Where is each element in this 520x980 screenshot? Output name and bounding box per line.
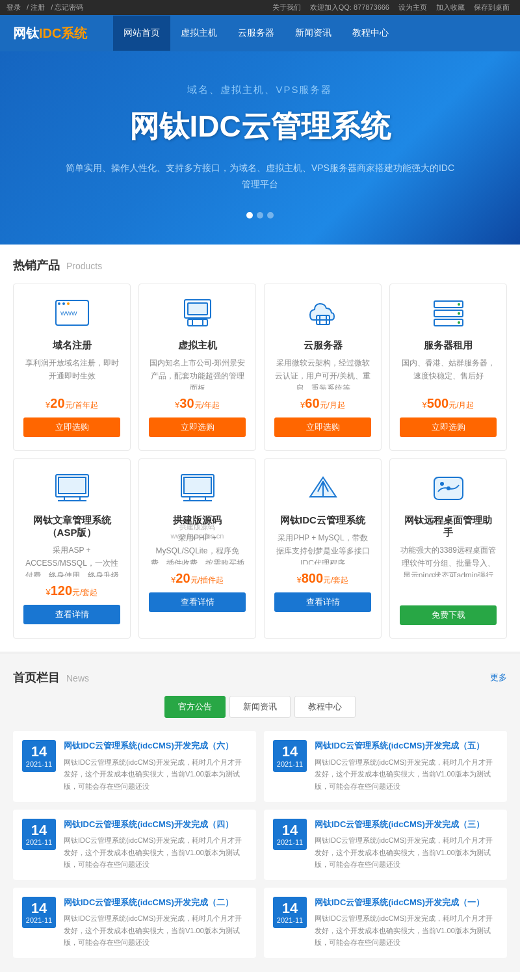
svg-point-30: [440, 482, 444, 486]
news-month-3: 2021-11: [25, 838, 53, 846]
login-link[interactable]: 登录: [6, 3, 21, 11]
news-date-5: 14 2021-11: [22, 897, 56, 928]
product-idc-price: ¥800元/套起: [274, 571, 371, 586]
software-products-grid: 网钛文章管理系统（ASP版） 采用ASP + ACCESS/MSSQL，一次性付…: [13, 458, 507, 639]
tab-news[interactable]: 新闻资讯: [229, 696, 291, 718]
product-cloud-buy[interactable]: 立即选购: [274, 417, 371, 437]
news-more-link[interactable]: 更多: [490, 672, 507, 683]
svg-point-18: [458, 321, 460, 324]
news-item-3: 14 2021-11 网钛IDC云管理系统(idcCMS)开发完成（四） 网钛I…: [13, 810, 256, 880]
product-source: 拱建版源码 拱建版源码 www.hycodes.cn 采用PHP + MySQL…: [138, 458, 256, 639]
product-cloud: 云服务器 采用微软云架构，经过微软云认证，用户可开/关机、重启、重装系统等 ¥6…: [264, 284, 382, 451]
product-server: 服务器租用 国内、香港、姑群服务器，速度快稳定、售后好 ¥500元/月起 立即选…: [389, 284, 507, 451]
product-cms-asp-detail[interactable]: 查看详情: [23, 605, 120, 624]
news-content-6: 网钛IDC云管理系统(idcCMS)开发完成（一） 网钛IDC云管理系统(idc…: [315, 897, 498, 949]
news-month-5: 2021-11: [25, 916, 53, 924]
product-server-desc: 国内、香港、姑群服务器，速度快稳定、售后好: [400, 357, 497, 390]
news-item-4: 14 2021-11 网钛IDC云管理系统(idcCMS)开发完成（三） 网钛I…: [264, 810, 507, 880]
domain-icon: WWW: [23, 297, 120, 332]
header: 网钛IDC系统 网站首页 虚拟主机 云服务器 新闻资讯 教程中心: [0, 15, 520, 51]
qq-link[interactable]: 欢迎加入QQ: 877873666: [310, 3, 389, 12]
top-bar: 登录 / 注册 / 忘记密码 关于我们 欢迎加入QQ: 877873666 设为…: [0, 0, 520, 15]
news-title-6[interactable]: 网钛IDC云管理系统(idcCMS)开发完成（一）: [315, 897, 498, 908]
product-source-price: ¥20元/插件起: [149, 571, 246, 586]
news-content-4: 网钛IDC云管理系统(idcCMS)开发完成（三） 网钛IDC云管理系统(idc…: [315, 819, 498, 871]
favorite-link[interactable]: 加入收藏: [436, 3, 465, 12]
nav-tutorial[interactable]: 教程中心: [342, 16, 399, 51]
product-cms-asp-price: ¥120元/套起: [23, 583, 120, 598]
news-month-2: 2021-11: [276, 760, 304, 768]
news-desc-4: 网钛IDC云管理系统(idcCMS)开发完成，耗时几个月才开发好，这个开发成本也…: [315, 834, 498, 871]
news-title-3[interactable]: 网钛IDC云管理系统(idcCMS)开发完成（四）: [64, 819, 247, 830]
cloud-icon: [274, 297, 371, 332]
news-day-4: 14: [276, 823, 304, 838]
forgot-link[interactable]: 忘记密码: [55, 3, 83, 11]
nav-news[interactable]: 新闻资讯: [285, 16, 342, 51]
nav-home[interactable]: 网站首页: [113, 16, 170, 51]
news-day-3: 14: [25, 823, 53, 838]
news-title-4[interactable]: 网钛IDC云管理系统(idcCMS)开发完成（三）: [315, 819, 498, 830]
save-link[interactable]: 保存到桌面: [474, 3, 510, 12]
news-item-1: 14 2021-11 网钛IDC云管理系统(idcCMS)开发完成（六） 网钛I…: [13, 731, 256, 801]
product-remote-free[interactable]: 免费下载: [400, 605, 497, 625]
svg-rect-6: [188, 303, 207, 315]
product-idc: 网钛IDC云管理系统 采用PHP + MySQL，带数据库支持创梦是业等多接口I…: [264, 458, 382, 639]
product-domain-price: ¥20元/首年起: [23, 396, 120, 411]
svg-rect-24: [184, 477, 211, 494]
product-vhost-buy[interactable]: 立即选购: [149, 417, 246, 437]
hero-dot-2[interactable]: [257, 212, 263, 219]
news-content-5: 网钛IDC云管理系统(idcCMS)开发完成（二） 网钛IDC云管理系统(idc…: [64, 897, 247, 949]
idc-icon: [274, 472, 371, 507]
about-link[interactable]: 关于我们: [272, 3, 301, 12]
products-title-en: Products: [66, 261, 102, 271]
homepage-link[interactable]: 设为主页: [398, 3, 427, 12]
hero-banner: 域名、虚拟主机、VPS服务器 网钛IDC云管理系统 简单实用、操作人性化、支持多…: [0, 51, 520, 245]
top-bar-left: 登录 / 注册 / 忘记密码: [6, 3, 87, 12]
product-cloud-name: 云服务器: [274, 339, 371, 352]
svg-text:WWW: WWW: [60, 310, 77, 317]
svg-point-16: [458, 303, 460, 306]
products-header: 热销产品 Products: [13, 258, 507, 273]
hero-desc: 简单实用、操作人性化、支持多方接口，为域名、虚拟主机、VPS服务器商家搭建功能强…: [65, 160, 455, 192]
hero-dots: [13, 212, 507, 219]
product-vhost-name: 虚拟主机: [149, 339, 246, 352]
register-link[interactable]: 注册: [31, 3, 45, 11]
product-vhost-desc: 国内知名上市公司-郑州景安产品，配套功能超强的管理面板: [149, 357, 246, 390]
hero-title: 网钛IDC云管理系统: [13, 107, 507, 147]
product-remote-price: [400, 583, 497, 599]
hero-subtitle: 域名、虚拟主机、VPS服务器: [13, 84, 507, 96]
tab-tutorial[interactable]: 教程中心: [294, 696, 356, 718]
news-desc-1: 网钛IDC云管理系统(idcCMS)开发完成，耗时几个月才开发好，这个开发成本也…: [64, 756, 247, 793]
product-cms-asp-name: 网钛文章管理系统（ASP版）: [23, 514, 120, 539]
news-desc-2: 网钛IDC云管理系统(idcCMS)开发完成，耗时几个月才开发好，这个开发成本也…: [315, 756, 498, 793]
product-domain-desc: 享利润开放域名注册，即时开通即时生效: [23, 357, 120, 390]
top-bar-right: 关于我们 欢迎加入QQ: 877873666 设为主页 加入收藏 保存到桌面: [272, 3, 514, 12]
nav-vhost[interactable]: 虚拟主机: [170, 16, 228, 51]
product-server-buy[interactable]: 立即选购: [400, 417, 497, 437]
news-title-1[interactable]: 网钛IDC云管理系统(idcCMS)开发完成（六）: [64, 740, 247, 752]
product-source-detail[interactable]: 查看详情: [149, 592, 246, 612]
news-content-3: 网钛IDC云管理系统(idcCMS)开发完成（四） 网钛IDC云管理系统(idc…: [64, 819, 247, 871]
svg-point-4: [67, 302, 70, 305]
news-day-1: 14: [25, 744, 53, 760]
hosting-products-grid: WWW 域名注册 享利润开放域名注册，即时开通即时生效 ¥20元/首年起 立即选…: [13, 284, 507, 451]
product-vhost-price: ¥30元/年起: [149, 396, 246, 411]
tab-official[interactable]: 官方公告: [164, 696, 226, 718]
news-date-4: 14 2021-11: [273, 819, 307, 850]
news-date-3: 14 2021-11: [22, 819, 56, 850]
news-month-6: 2021-11: [276, 916, 304, 924]
product-idc-detail[interactable]: 查看详情: [274, 592, 371, 612]
product-domain-buy[interactable]: 立即选购: [23, 417, 120, 437]
svg-rect-7: [188, 319, 207, 326]
news-item-6: 14 2021-11 网钛IDC云管理系统(idcCMS)开发完成（一） 网钛I…: [264, 888, 507, 958]
product-cloud-price: ¥60元/月起: [274, 396, 371, 411]
news-date-2: 14 2021-11: [273, 740, 307, 771]
news-title: 首页栏目: [13, 670, 60, 685]
news-title-5[interactable]: 网钛IDC云管理系统(idcCMS)开发完成（二）: [64, 897, 247, 908]
nav-cloud[interactable]: 云服务器: [228, 16, 285, 51]
hero-dot-3[interactable]: [267, 212, 274, 219]
news-day-2: 14: [276, 744, 304, 760]
news-title-2[interactable]: 网钛IDC云管理系统(idcCMS)开发完成（五）: [315, 740, 498, 752]
hero-dot-1[interactable]: [246, 212, 253, 219]
news-month-4: 2021-11: [276, 838, 304, 846]
